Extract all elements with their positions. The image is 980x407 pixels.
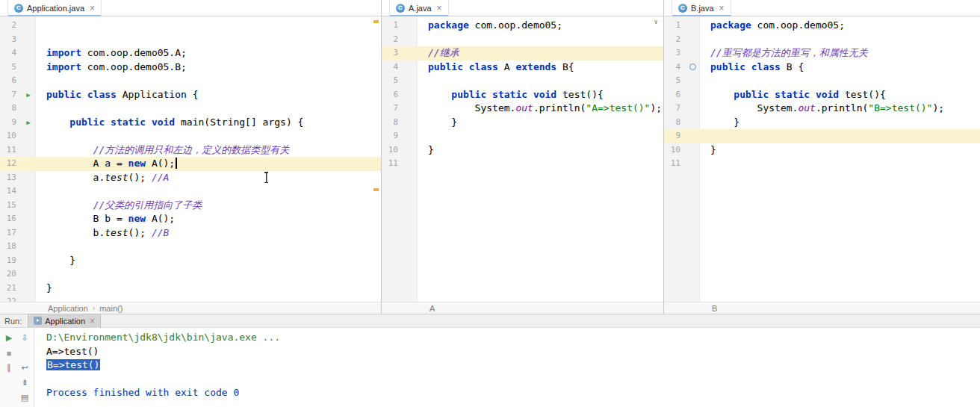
code-text[interactable]: } <box>418 116 663 130</box>
console-line[interactable]: Process finished with exit code 0 <box>46 386 980 400</box>
code-text[interactable]: public static void main(String[] args) { <box>36 116 381 130</box>
code-line[interactable]: 22 <box>0 295 381 302</box>
clear-all-icon[interactable]: ▤ <box>17 391 32 405</box>
breadcrumb-item[interactable]: main() <box>99 304 122 313</box>
code-line[interactable]: 10} <box>664 143 980 158</box>
code-text[interactable] <box>36 33 381 47</box>
code-text[interactable]: package com.oop.demo05; <box>700 19 980 33</box>
code-text[interactable] <box>700 74 980 88</box>
code-line[interactable]: 11 <box>664 157 980 171</box>
console-line[interactable]: D:\Environment\jdk8\jdk\bin\java.exe ... <box>46 331 980 345</box>
code-line[interactable]: 11 //方法的调用只和左边，定义的数据类型有关 <box>0 143 381 158</box>
code-text[interactable] <box>700 157 980 171</box>
code-line[interactable]: 6 <box>0 74 381 88</box>
code-line[interactable]: 4import com.oop.demo05.A; <box>0 46 381 60</box>
code-line[interactable]: 9 <box>382 129 663 143</box>
code-line[interactable]: 2 <box>664 33 980 47</box>
breadcrumb-item[interactable]: Application <box>48 304 88 313</box>
code-text[interactable] <box>36 184 381 199</box>
code-line[interactable]: 16 B b = new A(); <box>0 212 381 226</box>
code-text[interactable]: //方法的调用只和左边，定义的数据类型有关 <box>36 143 381 158</box>
stop-icon[interactable]: ■ <box>1 346 16 360</box>
code-line[interactable]: 5import com.oop.demo05.B; <box>0 60 381 75</box>
code-line[interactable]: 11 <box>382 157 663 171</box>
tab-application-java[interactable]: C Application.java × <box>7 0 102 16</box>
code-text[interactable]: public static void test(){ <box>418 88 663 102</box>
code-text[interactable]: public static void test(){ <box>700 88 980 102</box>
code-text[interactable] <box>418 157 663 171</box>
run-gutter-icon[interactable]: ▶ <box>21 116 36 130</box>
code-line[interactable]: 12 A a = new A(); <box>0 157 381 171</box>
pause-output-icon[interactable]: ∥ <box>1 361 16 375</box>
close-tab-icon[interactable]: × <box>90 317 95 326</box>
console-output[interactable]: D:\Environment\jdk8\jdk\bin\java.exe ...… <box>34 328 980 407</box>
code-line[interactable]: 8 } <box>664 116 980 130</box>
code-line[interactable]: 19 } <box>0 254 381 268</box>
code-text[interactable]: import com.oop.demo05.A; <box>36 46 381 60</box>
code-line[interactable]: 3//继承 <box>382 46 663 60</box>
code-line[interactable]: 4public class A extends B{ <box>382 60 663 75</box>
tab-b-java[interactable]: C B.java × <box>672 0 731 16</box>
code-line[interactable]: 7 System.out.println("A=>test()"); <box>382 102 663 116</box>
code-line[interactable]: 7▶public class Application { <box>0 88 381 102</box>
code-text[interactable]: import com.oop.demo05.B; <box>36 60 381 75</box>
code-text[interactable] <box>36 129 381 143</box>
code-line[interactable]: 10 <box>0 129 381 143</box>
tab-a-java[interactable]: C A.java × <box>389 0 449 16</box>
code-line[interactable]: 6 public static void test(){ <box>382 88 663 102</box>
soft-wrap-icon[interactable]: ↩ <box>17 361 32 375</box>
subclassed-gutter-icon[interactable] <box>685 60 700 75</box>
console-line[interactable]: B=>test() <box>46 358 980 373</box>
code-text[interactable]: } <box>36 282 381 296</box>
code-text[interactable] <box>36 240 381 254</box>
code-editor[interactable]: 1package com.oop.demo05;23//重写都是方法的重写，和属… <box>664 16 980 302</box>
code-text[interactable]: System.out.println("A=>test()"); <box>418 102 663 116</box>
code-line[interactable]: 9▶ public static void main(String[] args… <box>0 116 381 130</box>
code-line[interactable]: 20 <box>0 267 381 282</box>
code-line[interactable]: 18 <box>0 240 381 254</box>
code-text[interactable]: public class B { <box>700 60 980 75</box>
code-text[interactable]: } <box>36 254 381 268</box>
code-text[interactable]: public class A extends B{ <box>418 60 663 75</box>
code-line[interactable]: 2 <box>382 33 663 47</box>
code-line[interactable]: 13 a.test(); //A <box>0 171 381 185</box>
code-line[interactable]: 3//重写都是方法的重写，和属性无关 <box>664 46 980 60</box>
code-text[interactable] <box>418 33 663 47</box>
code-line[interactable]: 15 //父类的引用指向了子类 <box>0 199 381 213</box>
code-editor[interactable]: ∨ 1package com.oop.demo05;23//继承4public … <box>382 16 663 302</box>
code-line[interactable]: 8 <box>0 102 381 116</box>
close-tab-icon[interactable]: × <box>90 4 95 13</box>
code-line[interactable]: 9 <box>664 129 980 143</box>
error-stripe-mark[interactable] <box>373 188 379 191</box>
code-line[interactable]: 1package com.oop.demo05; <box>664 19 980 33</box>
code-line[interactable]: 10} <box>382 143 663 158</box>
code-text[interactable]: package com.oop.demo05; <box>418 19 663 33</box>
code-text[interactable]: } <box>700 143 980 158</box>
code-line[interactable]: 3 <box>0 33 381 47</box>
code-text[interactable]: B b = new A(); <box>36 212 381 226</box>
code-text[interactable]: } <box>418 143 663 158</box>
code-line[interactable]: 14 <box>0 184 381 199</box>
code-text[interactable]: a.test(); //A <box>36 171 381 185</box>
console-line[interactable] <box>46 373 980 387</box>
code-text[interactable]: public class Application { <box>36 88 381 102</box>
code-text[interactable] <box>700 33 980 47</box>
console-line[interactable]: A=>test() <box>46 345 980 359</box>
code-line[interactable]: 7 System.out.println("B=>test()"); <box>664 102 980 116</box>
code-line[interactable]: 6 public static void test(){ <box>664 88 980 102</box>
code-text[interactable]: A a = new A(); <box>36 157 381 171</box>
code-line[interactable]: 5 <box>382 74 663 88</box>
code-text[interactable]: System.out.println("B=>test()"); <box>700 102 980 116</box>
code-editor[interactable]: 234import com.oop.demo05.A;5import com.o… <box>0 16 381 302</box>
down-the-stack-trace-icon[interactable]: ⇩ <box>17 331 32 345</box>
code-text[interactable]: //继承 <box>418 46 663 60</box>
code-line[interactable]: 5 <box>664 74 980 88</box>
code-line[interactable]: 2 <box>0 19 381 33</box>
breadcrumb-item[interactable]: A <box>429 304 435 313</box>
code-text[interactable]: //父类的引用指向了子类 <box>36 199 381 213</box>
code-text[interactable] <box>418 74 663 88</box>
code-text[interactable] <box>36 19 381 33</box>
code-text[interactable] <box>418 129 663 143</box>
code-line[interactable]: 17 b.test(); //B <box>0 226 381 240</box>
scroll-to-end-icon[interactable]: ⇟ <box>17 376 32 390</box>
